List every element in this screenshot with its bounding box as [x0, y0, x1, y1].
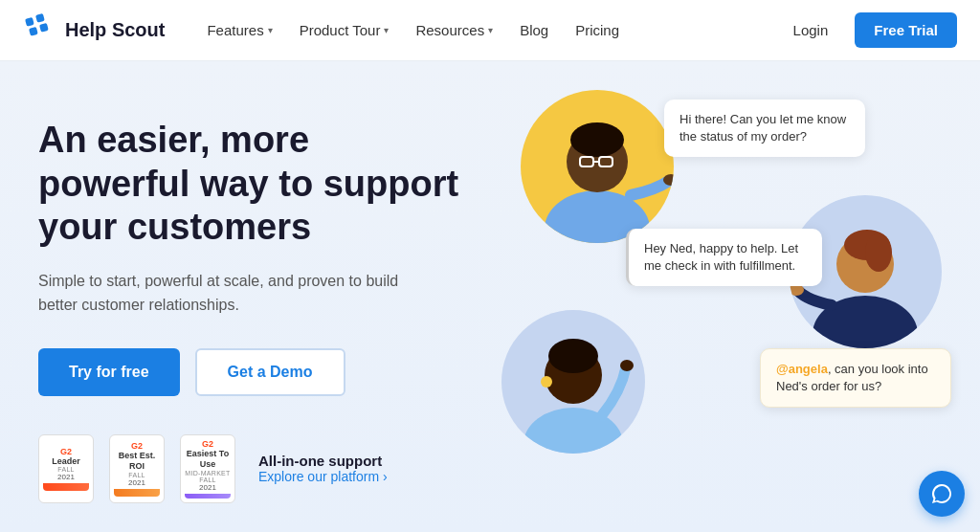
- badge-bar-red: [43, 483, 89, 491]
- svg-rect-0: [25, 16, 34, 26]
- svg-rect-3: [39, 22, 49, 32]
- chat-bubble-1: Hi there! Can you let me know the status…: [664, 100, 865, 157]
- badge-roi: G2 Best Est. ROI FALL 2021: [109, 434, 165, 503]
- platform-title: All-in-one support: [258, 453, 388, 469]
- hero-illustration: Hi there! Can you let me know the status…: [463, 71, 980, 511]
- svg-point-19: [541, 376, 552, 388]
- chat-icon: [930, 482, 953, 505]
- free-trial-button[interactable]: Free Trial: [855, 12, 957, 48]
- try-free-button[interactable]: Try for free: [38, 348, 180, 396]
- chat-bubble-2: Hey Ned, happy to help. Let me check in …: [626, 229, 822, 286]
- logo-text: Help Scout: [65, 19, 165, 41]
- nav-product-tour[interactable]: Product Tour ▾: [288, 14, 401, 46]
- nav-links: Features ▾ Product Tour ▾ Resources ▾ Bl…: [195, 14, 781, 46]
- hero-title: An easier, more powerful way to support …: [38, 119, 469, 250]
- explore-platform-link[interactable]: Explore our platform ›: [258, 469, 388, 484]
- hero-section: An easier, more powerful way to support …: [0, 61, 980, 532]
- svg-rect-2: [29, 26, 38, 35]
- hero-buttons: Try for free Get a Demo: [38, 348, 469, 396]
- nav-features[interactable]: Features ▾: [195, 14, 283, 46]
- chevron-down-icon: ▾: [488, 25, 493, 35]
- svg-point-6: [570, 122, 624, 157]
- chat-widget-button[interactable]: [919, 471, 965, 517]
- mention-text: @angela: [776, 362, 828, 376]
- person1-avatar: [521, 90, 674, 243]
- badge-easiest: G2 Easiest To Use Mid-Market FALL 2021: [180, 434, 235, 503]
- hero-content: An easier, more powerful way to support …: [0, 61, 980, 532]
- badge-leader: G2 Leader FALL 2021: [38, 434, 94, 503]
- hero-subtitle: Simple to start, powerful at scale, and …: [38, 269, 402, 318]
- svg-rect-1: [35, 13, 45, 23]
- chevron-down-icon: ▾: [268, 25, 273, 35]
- logo[interactable]: Help Scout: [23, 13, 165, 48]
- hero-left: An easier, more powerful way to support …: [38, 119, 469, 532]
- logo-icon: [23, 13, 57, 48]
- login-button[interactable]: Login: [782, 14, 840, 46]
- person3-svg: [501, 310, 645, 454]
- person3-avatar: [501, 310, 645, 454]
- person1-svg: [521, 90, 674, 243]
- badge-bar-orange: [114, 489, 160, 497]
- get-demo-button[interactable]: Get a Demo: [195, 348, 345, 396]
- svg-point-18: [548, 339, 598, 373]
- chevron-down-icon: ▾: [384, 25, 389, 35]
- nav-right: Login Free Trial: [782, 12, 957, 48]
- svg-point-20: [620, 360, 634, 371]
- nav-resources[interactable]: Resources ▾: [404, 14, 504, 46]
- platform-info: All-in-one support Explore our platform …: [258, 453, 388, 484]
- navbar: Help Scout Features ▾ Product Tour ▾ Res…: [0, 0, 980, 61]
- nav-pricing[interactable]: Pricing: [564, 14, 631, 46]
- svg-point-14: [865, 233, 892, 272]
- chat-bubble-3: @angela, can you look into Ned's order f…: [760, 348, 951, 408]
- nav-blog[interactable]: Blog: [508, 14, 560, 46]
- badge-bar-purple: [185, 494, 231, 499]
- badges-row: G2 Leader FALL 2021 G2 Best Est. ROI FAL…: [38, 434, 469, 503]
